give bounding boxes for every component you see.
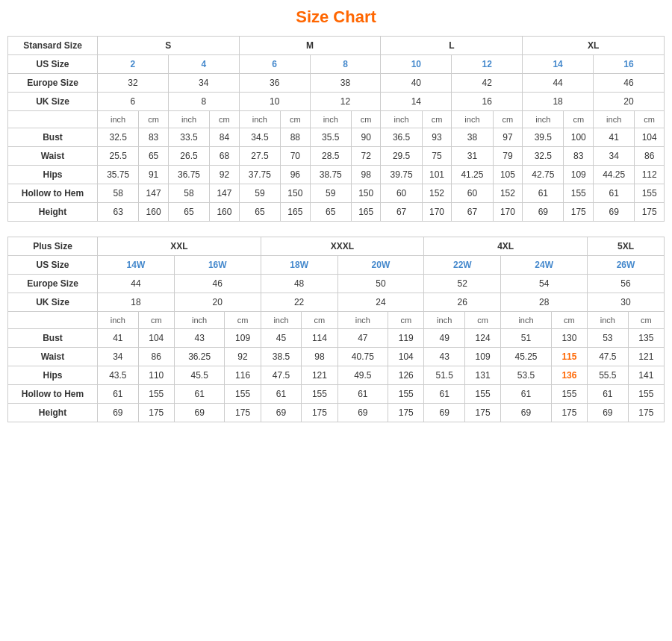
plus-val-4-11: 175 (551, 404, 587, 422)
std-val-4-12: 69 (523, 203, 564, 222)
standard-size-section: Stansard Size S M L XL US Size 2 4 6 8 1… (7, 36, 665, 222)
std-val-3-0: 58 (98, 184, 139, 203)
plus-val-3-7: 155 (388, 385, 424, 404)
us-16: 16 (594, 55, 665, 74)
std-val-3-8: 60 (381, 184, 422, 203)
plus-val-2-0: 43.5 (98, 366, 139, 385)
std-val-2-6: 38.75 (310, 166, 351, 184)
4xl-header: 4XL (424, 237, 588, 256)
std-val-0-7: 90 (351, 128, 381, 147)
plus-val-0-7: 119 (388, 329, 424, 348)
plus-size-header: Plus Size (8, 237, 98, 256)
std-val-0-4: 34.5 (239, 128, 280, 147)
std-unit-spacer (8, 111, 98, 128)
plus-us-18w: 18W (261, 256, 337, 275)
std-val-3-1: 147 (139, 184, 169, 203)
uk-18: 18 (523, 93, 594, 111)
std-inch-6: inch (452, 111, 493, 128)
plus-europe-size-label: Europe Size (8, 275, 98, 293)
std-val-0-14: 41 (594, 128, 635, 147)
std-val-2-10: 41.25 (452, 166, 493, 184)
xl-header: XL (523, 37, 665, 55)
plus-label-height: Height (8, 404, 98, 422)
plus-size-table: Plus Size XXL XXXL 4XL 5XL US Size 14W 1… (7, 237, 665, 422)
std-val-4-3: 160 (210, 203, 240, 222)
plus-val-0-9: 124 (465, 329, 501, 348)
std-val-4-13: 175 (564, 203, 594, 222)
std-val-4-15: 175 (635, 203, 665, 222)
plus-val-2-7: 126 (388, 366, 424, 385)
eu-32: 32 (98, 74, 169, 93)
std-cm-5: cm (422, 111, 452, 128)
plus-val-0-10: 51 (501, 329, 552, 348)
plus-val-1-13: 121 (628, 348, 664, 366)
std-label-hips: Hips (8, 166, 98, 184)
plus-val-1-3: 92 (225, 348, 261, 366)
std-inch-8: inch (594, 111, 635, 128)
std-val-3-12: 61 (523, 184, 564, 203)
plus-uk-size-label: UK Size (8, 293, 98, 312)
plus-cm-3: cm (302, 312, 337, 329)
std-val-2-3: 92 (210, 166, 240, 184)
std-val-4-6: 65 (310, 203, 351, 222)
std-inch-7: inch (523, 111, 564, 128)
plus-uk-30: 30 (588, 293, 665, 312)
plus-val-3-3: 155 (225, 385, 261, 404)
std-val-0-11: 97 (493, 128, 523, 147)
std-val-0-12: 39.5 (523, 128, 564, 147)
std-val-0-2: 33.5 (168, 128, 209, 147)
plus-val-3-12: 61 (588, 385, 629, 404)
eu-42: 42 (452, 74, 523, 93)
std-cm-2: cm (210, 111, 240, 128)
plus-cm-1: cm (138, 312, 174, 329)
plus-val-2-3: 116 (225, 366, 261, 385)
us-8: 8 (310, 55, 381, 74)
plus-eu-44: 44 (98, 275, 175, 293)
plus-label-hips: Hips (8, 366, 98, 385)
plus-val-2-1: 110 (138, 366, 174, 385)
plus-val-3-9: 155 (465, 385, 501, 404)
plus-val-1-6: 40.75 (337, 348, 388, 366)
plus-val-0-8: 49 (424, 329, 465, 348)
plus-val-4-0: 69 (98, 404, 139, 422)
plus-val-4-10: 69 (501, 404, 552, 422)
plus-val-2-13: 141 (628, 366, 664, 385)
std-label-bust: Bust (8, 128, 98, 147)
plus-eu-52: 52 (424, 275, 501, 293)
std-val-3-3: 147 (210, 184, 240, 203)
plus-val-3-11: 155 (551, 385, 587, 404)
std-cm-4: cm (351, 111, 381, 128)
plus-uk-20: 20 (174, 293, 261, 312)
stansard-size-header: Stansard Size (8, 37, 98, 55)
std-val-1-7: 72 (351, 147, 381, 166)
std-val-1-0: 25.5 (98, 147, 139, 166)
std-val-2-13: 109 (564, 166, 594, 184)
plus-cm-7: cm (628, 312, 664, 329)
plus-label-hollow-to-hem: Hollow to Hem (8, 385, 98, 404)
std-cm-7: cm (564, 111, 594, 128)
plus-val-3-6: 61 (337, 385, 388, 404)
std-val-4-11: 170 (493, 203, 523, 222)
plus-val-3-1: 155 (138, 385, 174, 404)
plus-val-4-6: 69 (337, 404, 388, 422)
plus-val-2-9: 131 (465, 366, 501, 385)
plus-val-1-4: 38.5 (261, 348, 302, 366)
plus-val-0-1: 104 (138, 329, 174, 348)
std-inch-1: inch (98, 111, 139, 128)
plus-eu-54: 54 (501, 275, 588, 293)
plus-val-3-13: 155 (628, 385, 664, 404)
std-val-4-0: 63 (98, 203, 139, 222)
plus-cm-2: cm (225, 312, 261, 329)
us-12: 12 (452, 55, 523, 74)
plus-val-0-0: 41 (98, 329, 139, 348)
std-val-0-3: 84 (210, 128, 240, 147)
std-cm-3: cm (281, 111, 311, 128)
uk-20: 20 (594, 93, 665, 111)
std-val-2-2: 36.75 (168, 166, 209, 184)
xxl-header: XXL (98, 237, 261, 256)
std-val-0-9: 93 (422, 128, 452, 147)
plus-us-26w: 26W (588, 256, 665, 275)
plus-unit-spacer (8, 312, 98, 329)
plus-val-3-4: 61 (261, 385, 302, 404)
plus-val-0-13: 135 (628, 329, 664, 348)
